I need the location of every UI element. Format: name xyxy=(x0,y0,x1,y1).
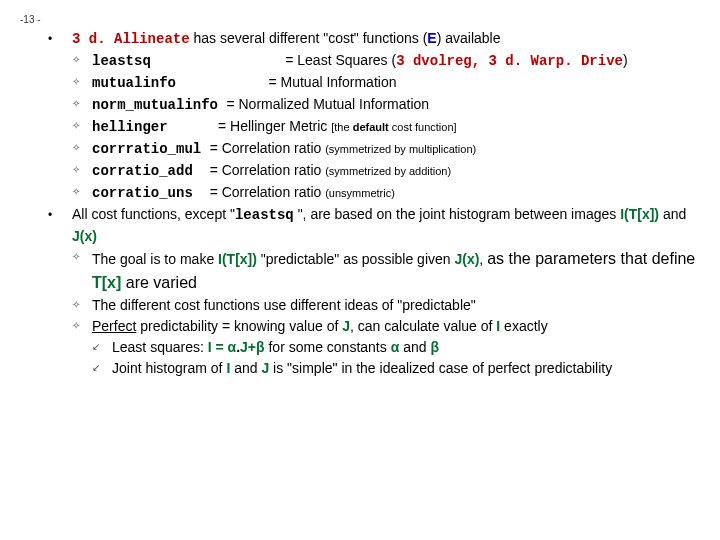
page-number: -13 - xyxy=(20,14,41,25)
func-norm-mutualinfo: ✧ norm_mutualinfo = Normalized Mutual In… xyxy=(48,94,700,116)
fn: mutualinfo xyxy=(92,75,176,91)
cmd-name: 3 d. Allineate xyxy=(72,31,190,47)
pad xyxy=(201,141,209,157)
text: has several different "cost" functions ( xyxy=(190,30,428,46)
text: , xyxy=(479,251,487,267)
text: Joint histogram of xyxy=(112,360,226,376)
text: The goal is to make xyxy=(92,251,218,267)
note: (symmetrized by addition) xyxy=(325,165,451,177)
Tx: T[x] xyxy=(92,274,121,291)
fn: norm_mutualinfo xyxy=(92,97,218,113)
eq2: J+β xyxy=(240,339,265,355)
J: J xyxy=(342,318,350,334)
diamond-icon: ✧ xyxy=(72,297,80,312)
diamond-icon: ✧ xyxy=(72,74,80,89)
desc: = Least Squares ( xyxy=(285,52,396,68)
text: , can calculate value of xyxy=(350,318,496,334)
dot-icon: • xyxy=(48,30,52,48)
note: (unsymmetric) xyxy=(325,187,395,199)
func-corrratio-mul: ✧ corrratio_mul = Correlation ratio (sym… xyxy=(48,138,700,160)
diamond-icon: ✧ xyxy=(72,52,80,67)
pad xyxy=(151,53,285,69)
bullet-histogram: • All cost functions, except "leastsq ",… xyxy=(48,204,700,247)
pad xyxy=(168,119,218,135)
func-corratio-add: ✧ corratio_add = Correlation ratio (symm… xyxy=(48,160,700,182)
fn: corrratio_mul xyxy=(92,141,201,157)
func-hellinger: ✧ hellinger = Hellinger Metric [the defa… xyxy=(48,116,700,138)
desc: = Correlation ratio xyxy=(210,162,326,178)
desc: = Normalized Mutual Information xyxy=(226,96,429,112)
arrow-icon: ↙ xyxy=(92,360,100,375)
ref: 3 dvolreg, 3 d. Warp. Drive xyxy=(396,53,623,69)
joint-histogram: ↙ Joint histogram of I and J is "simple"… xyxy=(48,358,700,379)
func-corratio-uns: ✧ corratio_uns = Correlation ratio (unsy… xyxy=(48,182,700,204)
fn: corratio_uns xyxy=(92,185,193,201)
desc: = Correlation ratio xyxy=(210,140,326,156)
text: exactly xyxy=(500,318,547,334)
func-mutualinfo: ✧ mutualinfo = Mutual Information xyxy=(48,72,700,94)
dot-icon: • xyxy=(48,206,52,224)
ITx: I(T[x]) xyxy=(218,251,257,267)
text: Least squares: xyxy=(112,339,208,355)
slide-content: • 3 d. Allineate has several different "… xyxy=(48,28,700,379)
diamond-icon: ✧ xyxy=(72,140,80,155)
b: β xyxy=(430,339,439,355)
func-leastsq: ✧ leastsq = Least Squares (3 dvolreg, 3 … xyxy=(48,50,700,72)
eq: I = α xyxy=(208,339,236,355)
diff-ideas: ✧ The different cost functions use diffe… xyxy=(48,295,700,316)
note-end: cost function] xyxy=(389,121,457,133)
text: predictability = knowing value of xyxy=(136,318,342,334)
a: α xyxy=(391,339,400,355)
text: All cost functions, except " xyxy=(72,206,235,222)
text: is "simple" in the idealized case of per… xyxy=(269,360,612,376)
Jx: J(x) xyxy=(454,251,479,267)
perfect-pred: ✧ Perfect predictability = knowing value… xyxy=(48,316,700,337)
arrow-icon: ↙ xyxy=(92,339,100,354)
pad xyxy=(193,163,210,179)
fn: hellinger xyxy=(92,119,168,135)
bullet-intro: • 3 d. Allineate has several different "… xyxy=(48,28,700,50)
text: ", are based on the joint histogram betw… xyxy=(294,206,620,222)
diamond-icon: ✧ xyxy=(72,162,80,177)
diamond-icon: ✧ xyxy=(72,96,80,111)
diamond-icon: ✧ xyxy=(72,184,80,199)
text: The different cost functions use differe… xyxy=(92,297,476,313)
leastsq: leastsq xyxy=(235,207,294,223)
desc: = Mutual Information xyxy=(268,74,396,90)
goal: ✧ The goal is to make I(T[x]) "predictab… xyxy=(48,247,700,295)
fn: leastsq xyxy=(92,53,151,69)
diamond-icon: ✧ xyxy=(72,118,80,133)
pad xyxy=(176,75,268,91)
desc: = Hellinger Metric xyxy=(218,118,331,134)
Jx: J(x) xyxy=(72,228,97,244)
diamond-icon: ✧ xyxy=(72,318,80,333)
big: as the parameters that define xyxy=(487,250,695,267)
fn: corratio_add xyxy=(92,163,193,179)
E: E xyxy=(427,30,436,46)
pad xyxy=(193,185,210,201)
note: [the xyxy=(331,121,352,133)
text: ) available xyxy=(437,30,501,46)
and: and xyxy=(399,339,430,355)
text: are varied xyxy=(121,274,197,291)
text: "predictable" as possible given xyxy=(257,251,455,267)
and: and xyxy=(659,206,686,222)
perfect: Perfect xyxy=(92,318,136,334)
least-squares-eq: ↙ Least squares: I = α.J+β for some cons… xyxy=(48,337,700,358)
text: for some constants xyxy=(265,339,391,355)
note-mid: default xyxy=(353,121,389,133)
diamond-icon: ✧ xyxy=(72,249,80,264)
ITx: I(T[x]) xyxy=(620,206,659,222)
note: (symmetrized by multiplication) xyxy=(325,143,476,155)
and: and xyxy=(230,360,261,376)
tail: ) xyxy=(623,52,628,68)
desc: = Correlation ratio xyxy=(210,184,326,200)
